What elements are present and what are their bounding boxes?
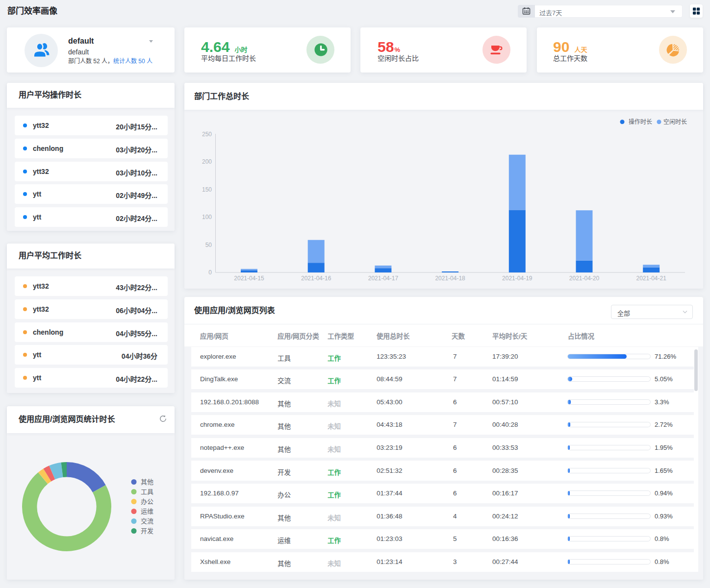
- svg-text:2021-04-16: 2021-04-16: [301, 275, 331, 282]
- svg-text:其他: 其他: [141, 478, 153, 486]
- svg-text:开发: 开发: [141, 527, 153, 535]
- svg-text:2021-04-17: 2021-04-17: [368, 275, 399, 282]
- svg-text:250: 250: [202, 131, 212, 138]
- svg-text:2021-04-21: 2021-04-21: [636, 275, 667, 282]
- svg-text:2021-04-18: 2021-04-18: [435, 275, 465, 282]
- svg-text:0: 0: [208, 269, 212, 276]
- svg-text:空闲时长: 空闲时长: [663, 119, 687, 125]
- svg-text:100: 100: [202, 214, 212, 220]
- svg-text:200: 200: [202, 158, 212, 165]
- svg-text:工具: 工具: [141, 488, 153, 495]
- svg-text:交流: 交流: [141, 517, 153, 525]
- svg-text:150: 150: [202, 186, 212, 193]
- svg-text:2021-04-19: 2021-04-19: [502, 275, 532, 282]
- svg-text:2021-04-15: 2021-04-15: [234, 275, 264, 282]
- svg-text:操作时长: 操作时长: [629, 118, 652, 125]
- svg-text:运维: 运维: [141, 508, 153, 515]
- svg-text:2021-04-20: 2021-04-20: [569, 275, 600, 282]
- svg-text:50: 50: [205, 242, 212, 248]
- svg-text:办公: 办公: [141, 498, 153, 505]
